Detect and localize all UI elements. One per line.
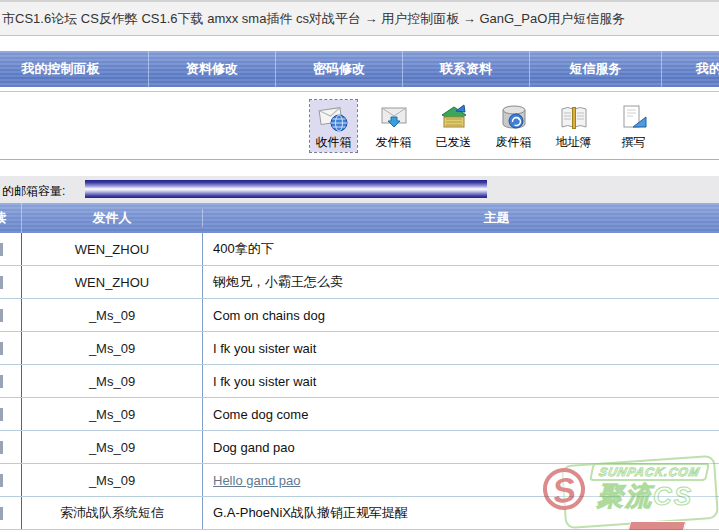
table-header-row: 读 发件人 主题 (0, 203, 719, 233)
read-status-cell (0, 431, 22, 463)
sent-button[interactable]: 已发送 (430, 100, 477, 152)
inbox-icon (318, 103, 350, 133)
subject-cell: G.A-PhoeNiX战队撤销正规军提醒 (203, 497, 719, 529)
table-row[interactable]: _Ms_09 Hello gand pao (0, 464, 719, 497)
sender-cell: _Ms_09 (22, 398, 203, 430)
read-status-cell (0, 398, 22, 430)
mail-status-icon (0, 309, 3, 322)
subject-cell: 400拿的下 (203, 233, 719, 265)
inbox-label: 收件箱 (316, 134, 352, 151)
sender-cell: _Ms_09 (22, 365, 203, 397)
compose-button[interactable]: 撰写 (610, 100, 657, 152)
subject-cell: Dog gand pao (203, 431, 719, 463)
inbox-button[interactable]: 收件箱 (310, 100, 357, 152)
sender-cell: _Ms_09 (22, 299, 203, 331)
read-status-cell (0, 365, 22, 397)
column-header-sender: 发件人 (22, 209, 203, 227)
subject-cell: I fk you sister wait (203, 365, 719, 397)
sent-label: 已发送 (436, 134, 472, 151)
table-row[interactable]: _Ms_09 I fk you sister wait (0, 365, 719, 398)
table-row[interactable]: _Ms_09 I fk you sister wait (0, 332, 719, 365)
table-row[interactable]: 索沛战队系统短信 G.A-PhoeNiX战队撤销正规军提醒 (0, 497, 719, 530)
mail-status-icon (0, 474, 3, 487)
tab-message-service[interactable]: 短信服务 (530, 51, 662, 87)
compose-label: 撰写 (622, 134, 646, 151)
table-row[interactable]: _Ms_09 Dog gand pao (0, 431, 719, 464)
mail-status-icon (0, 375, 3, 388)
mail-status-icon (0, 342, 3, 355)
read-status-cell (0, 332, 22, 364)
outbox-button[interactable]: 发件箱 (370, 100, 417, 152)
tab-my-control-panel[interactable]: 我的控制面板 (0, 51, 149, 87)
nav-tab-bar: 我的控制面板 资料修改 密码修改 联系资料 短信服务 我的 (0, 51, 719, 87)
mailbox-capacity-label: 的邮箱容量: (2, 183, 65, 200)
sender-cell: _Ms_09 (22, 431, 203, 463)
outbox-label: 发件箱 (376, 134, 412, 151)
sender-cell: 索沛战队系统短信 (22, 497, 203, 529)
read-status-cell (0, 233, 22, 265)
column-header-read: 读 (0, 203, 22, 233)
compose-icon (618, 103, 650, 133)
message-table-viewport: 读 发件人 主题 WEN_ZHOU 400拿的下 WEN_ZHOU 钢炮兄，小霸… (0, 203, 719, 530)
tab-contact-info[interactable]: 联系资料 (403, 51, 530, 87)
table-row[interactable]: _Ms_09 Com on chains dog (0, 299, 719, 332)
address-book-label: 地址簿 (556, 134, 592, 151)
mail-status-icon (0, 276, 3, 289)
read-status-cell (0, 299, 22, 331)
subject-cell: Come dog come (203, 398, 719, 430)
read-status-cell (0, 497, 22, 529)
subject-cell: Hello gand pao (203, 464, 719, 496)
address-book-icon (558, 103, 590, 133)
message-table: 读 发件人 主题 WEN_ZHOU 400拿的下 WEN_ZHOU 钢炮兄，小霸… (0, 203, 719, 530)
tab-my-truncated[interactable]: 我的 (662, 51, 719, 87)
tab-password-edit[interactable]: 密码修改 (276, 51, 403, 87)
table-row[interactable]: _Ms_09 Come dog come (0, 398, 719, 431)
trash-button[interactable]: 废件箱 (490, 100, 537, 152)
message-subject-link[interactable]: Hello gand pao (213, 473, 300, 488)
trash-icon (498, 103, 530, 133)
mail-status-icon (0, 441, 3, 454)
address-book-button[interactable]: 地址簿 (550, 100, 597, 152)
tab-profile-edit[interactable]: 资料修改 (149, 51, 276, 87)
mailbox-capacity-bar (85, 180, 487, 198)
mailbox-capacity-row: 的邮箱容量: (0, 176, 719, 203)
sender-cell: WEN_ZHOU (22, 233, 203, 265)
mail-status-icon (0, 507, 3, 520)
subject-cell: 钢炮兄，小霸王怎么卖 (203, 266, 719, 298)
read-status-cell (0, 266, 22, 298)
trash-label: 废件箱 (496, 134, 532, 151)
table-row[interactable]: WEN_ZHOU 钢炮兄，小霸王怎么卖 (0, 266, 719, 299)
mail-status-icon (0, 243, 3, 256)
mail-status-icon (0, 408, 3, 421)
sender-cell: _Ms_09 (22, 464, 203, 496)
sent-icon (438, 103, 470, 133)
column-header-subject: 主题 (203, 209, 719, 227)
read-status-cell (0, 464, 22, 496)
outbox-icon (378, 103, 410, 133)
breadcrumb[interactable]: 市CS1.6论坛 CS反作弊 CS1.6下载 amxx sma插件 cs对战平台… (0, 0, 719, 36)
mail-toolbar: 收件箱 发件箱 已发送 废件箱 (0, 91, 719, 160)
table-row[interactable]: WEN_ZHOU 400拿的下 (0, 233, 719, 266)
subject-cell: Com on chains dog (203, 299, 719, 331)
sender-cell: _Ms_09 (22, 332, 203, 364)
subject-cell: I fk you sister wait (203, 332, 719, 364)
sender-cell: WEN_ZHOU (22, 266, 203, 298)
